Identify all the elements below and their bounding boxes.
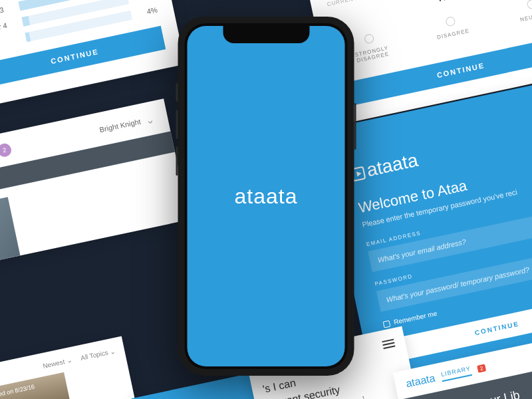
phone-notch bbox=[223, 26, 309, 43]
answer-label: Answer 3 bbox=[0, 3, 20, 20]
badge: 2 bbox=[477, 364, 486, 372]
brand-text: ataata bbox=[235, 184, 298, 208]
answer-label: Answer 4 bbox=[0, 18, 23, 35]
likert-label: NEUTRAL bbox=[519, 11, 532, 23]
likert-label: DISAGREE bbox=[436, 28, 469, 41]
remember-label: Remember me bbox=[393, 310, 438, 327]
chevron-down-icon[interactable]: ⌄ bbox=[144, 112, 156, 126]
radio-icon[interactable] bbox=[445, 16, 456, 27]
brand-text: ataata bbox=[405, 372, 436, 390]
pill[interactable]: 2 bbox=[0, 142, 13, 158]
answer-pct: 6% bbox=[134, 0, 155, 2]
checkbox-icon[interactable] bbox=[383, 320, 391, 328]
answer-pct: 4% bbox=[137, 5, 158, 17]
answer-label bbox=[0, 37, 26, 47]
topic-select[interactable]: All Topics ⌄ bbox=[80, 347, 116, 362]
splash-logo: ataata bbox=[235, 184, 298, 209]
likert-option[interactable]: DISAGREE bbox=[416, 10, 487, 50]
nav-card: 1 7 6 8 9 2 Bright Knight ⌄ 1:28 bbox=[0, 98, 190, 277]
phone-volume-up bbox=[176, 110, 178, 139]
phone-mockup: ataata bbox=[178, 17, 354, 376]
brand-text: ataata bbox=[365, 150, 420, 181]
phone-screen: ataata bbox=[188, 26, 345, 366]
radio-icon[interactable] bbox=[527, 0, 532, 10]
video-thumb[interactable]: 1:28 bbox=[0, 197, 20, 275]
likert-label: STRONGLY DISAGREE bbox=[354, 45, 390, 64]
hamburger-icon[interactable] bbox=[382, 338, 395, 348]
library-tab[interactable]: LIBRARY bbox=[440, 365, 472, 382]
sort-select[interactable]: Newest ⌄ bbox=[42, 356, 72, 370]
survey-card: Answer 1 Answer 2 30% Answer 3 60% Answe… bbox=[0, 0, 186, 108]
phone-power-button bbox=[354, 103, 356, 150]
phone-mute-switch bbox=[176, 83, 178, 102]
phone-volume-down bbox=[176, 146, 178, 176]
nav-label: Bright Knight bbox=[99, 117, 142, 134]
radio-icon[interactable] bbox=[363, 33, 374, 45]
watched-label: Watched on 8/23/16 bbox=[0, 383, 35, 399]
filter-card: Newest ⌄ All Topics ⌄ ✓Watched on 8/23/1… bbox=[0, 336, 141, 399]
watched-badge: ✓Watched on 8/23/16 bbox=[0, 382, 35, 399]
likert-option[interactable]: NEUTRAL bbox=[498, 0, 532, 33]
